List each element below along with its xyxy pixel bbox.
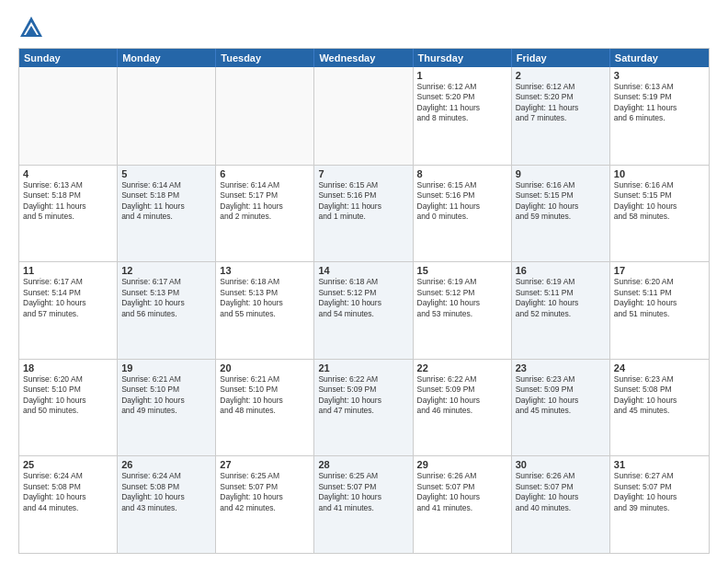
day-info: Sunrise: 6:25 AM Sunset: 5:07 PM Dayligh… [220, 471, 310, 513]
day-info: Sunrise: 6:13 AM Sunset: 5:18 PM Dayligh… [23, 180, 113, 223]
day-number: 29 [417, 459, 507, 470]
calendar-cell-2: 2Sunrise: 6:12 AM Sunset: 5:20 PM Daylig… [512, 67, 610, 165]
calendar-cell-21: 21Sunrise: 6:22 AM Sunset: 5:09 PM Dayli… [314, 360, 413, 456]
day-info: Sunrise: 6:14 AM Sunset: 5:18 PM Dayligh… [121, 180, 211, 223]
day-number: 20 [220, 362, 310, 373]
header-day-monday: Monday [118, 49, 216, 67]
day-number: 18 [23, 362, 113, 373]
header-day-thursday: Thursday [414, 49, 512, 67]
calendar-cell-7: 7Sunrise: 6:15 AM Sunset: 5:16 PM Daylig… [314, 166, 413, 262]
day-number: 22 [417, 362, 507, 373]
day-info: Sunrise: 6:20 AM Sunset: 5:11 PM Dayligh… [614, 277, 705, 319]
day-number: 14 [318, 265, 408, 276]
day-number: 12 [121, 265, 211, 276]
day-info: Sunrise: 6:27 AM Sunset: 5:07 PM Dayligh… [614, 471, 705, 513]
day-info: Sunrise: 6:24 AM Sunset: 5:08 PM Dayligh… [23, 471, 113, 513]
day-number: 27 [220, 459, 310, 470]
day-info: Sunrise: 6:16 AM Sunset: 5:15 PM Dayligh… [516, 180, 606, 223]
calendar-cell-9: 9Sunrise: 6:16 AM Sunset: 5:15 PM Daylig… [512, 166, 610, 262]
calendar-cell-empty-0-3 [314, 67, 413, 165]
day-number: 16 [516, 265, 606, 276]
day-number: 9 [516, 168, 606, 179]
calendar-cell-11: 11Sunrise: 6:17 AM Sunset: 5:14 PM Dayli… [19, 262, 118, 359]
calendar-row-5: 25Sunrise: 6:24 AM Sunset: 5:08 PM Dayli… [19, 455, 709, 553]
day-info: Sunrise: 6:19 AM Sunset: 5:12 PM Dayligh… [417, 277, 507, 319]
calendar-cell-29: 29Sunrise: 6:26 AM Sunset: 5:07 PM Dayli… [414, 456, 512, 553]
day-number: 3 [614, 70, 705, 81]
day-info: Sunrise: 6:16 AM Sunset: 5:15 PM Dayligh… [614, 180, 705, 223]
day-number: 28 [318, 459, 408, 470]
day-number: 10 [614, 168, 705, 179]
day-number: 26 [121, 459, 211, 470]
calendar-cell-17: 17Sunrise: 6:20 AM Sunset: 5:11 PM Dayli… [610, 262, 709, 359]
day-number: 2 [516, 70, 606, 81]
header-day-saturday: Saturday [610, 49, 709, 67]
day-info: Sunrise: 6:15 AM Sunset: 5:16 PM Dayligh… [417, 180, 507, 223]
day-number: 23 [516, 362, 606, 373]
calendar-cell-18: 18Sunrise: 6:20 AM Sunset: 5:10 PM Dayli… [19, 360, 118, 456]
calendar-cell-25: 25Sunrise: 6:24 AM Sunset: 5:08 PM Dayli… [19, 456, 118, 553]
calendar-cell-5: 5Sunrise: 6:14 AM Sunset: 5:18 PM Daylig… [118, 166, 216, 262]
calendar-row-3: 11Sunrise: 6:17 AM Sunset: 5:14 PM Dayli… [19, 261, 709, 359]
calendar-cell-empty-0-2 [216, 67, 314, 165]
calendar-body: 1Sunrise: 6:12 AM Sunset: 5:20 PM Daylig… [19, 67, 709, 553]
logo-icon [18, 15, 44, 40]
calendar-cell-15: 15Sunrise: 6:19 AM Sunset: 5:12 PM Dayli… [414, 262, 512, 359]
day-number: 5 [121, 168, 211, 179]
day-info: Sunrise: 6:17 AM Sunset: 5:13 PM Dayligh… [121, 277, 211, 319]
day-number: 30 [516, 459, 606, 470]
day-number: 21 [318, 362, 408, 373]
calendar-cell-31: 31Sunrise: 6:27 AM Sunset: 5:07 PM Dayli… [610, 456, 709, 553]
day-number: 6 [220, 168, 310, 179]
calendar-cell-20: 20Sunrise: 6:21 AM Sunset: 5:10 PM Dayli… [216, 360, 314, 456]
calendar-row-1: 1Sunrise: 6:12 AM Sunset: 5:20 PM Daylig… [19, 67, 709, 165]
header-day-sunday: Sunday [19, 49, 118, 67]
day-info: Sunrise: 6:12 AM Sunset: 5:20 PM Dayligh… [516, 82, 606, 124]
day-info: Sunrise: 6:23 AM Sunset: 5:08 PM Dayligh… [614, 374, 705, 417]
calendar-cell-19: 19Sunrise: 6:21 AM Sunset: 5:10 PM Dayli… [118, 360, 216, 456]
day-number: 17 [614, 265, 705, 276]
day-info: Sunrise: 6:21 AM Sunset: 5:10 PM Dayligh… [220, 374, 310, 417]
calendar-cell-28: 28Sunrise: 6:25 AM Sunset: 5:07 PM Dayli… [314, 456, 413, 553]
header-day-wednesday: Wednesday [314, 49, 413, 67]
day-info: Sunrise: 6:18 AM Sunset: 5:12 PM Dayligh… [318, 277, 408, 319]
calendar-cell-12: 12Sunrise: 6:17 AM Sunset: 5:13 PM Dayli… [118, 262, 216, 359]
day-info: Sunrise: 6:22 AM Sunset: 5:09 PM Dayligh… [417, 374, 507, 417]
day-number: 31 [614, 459, 705, 470]
calendar-cell-6: 6Sunrise: 6:14 AM Sunset: 5:17 PM Daylig… [216, 166, 314, 262]
calendar-cell-8: 8Sunrise: 6:15 AM Sunset: 5:16 PM Daylig… [414, 166, 512, 262]
calendar-cell-26: 26Sunrise: 6:24 AM Sunset: 5:08 PM Dayli… [118, 456, 216, 553]
calendar-header: SundayMondayTuesdayWednesdayThursdayFrid… [19, 49, 709, 67]
calendar-cell-10: 10Sunrise: 6:16 AM Sunset: 5:15 PM Dayli… [610, 166, 709, 262]
calendar-cell-4: 4Sunrise: 6:13 AM Sunset: 5:18 PM Daylig… [19, 166, 118, 262]
day-info: Sunrise: 6:14 AM Sunset: 5:17 PM Dayligh… [220, 180, 310, 223]
day-info: Sunrise: 6:19 AM Sunset: 5:11 PM Dayligh… [516, 277, 606, 319]
day-number: 25 [23, 459, 113, 470]
page: SundayMondayTuesdayWednesdayThursdayFrid… [0, 0, 728, 563]
day-info: Sunrise: 6:25 AM Sunset: 5:07 PM Dayligh… [318, 471, 408, 513]
calendar-cell-empty-0-1 [118, 67, 216, 165]
header-day-friday: Friday [512, 49, 610, 67]
day-info: Sunrise: 6:13 AM Sunset: 5:19 PM Dayligh… [614, 82, 705, 124]
day-number: 1 [417, 70, 507, 81]
day-number: 8 [417, 168, 507, 179]
day-info: Sunrise: 6:18 AM Sunset: 5:13 PM Dayligh… [220, 277, 310, 319]
calendar: SundayMondayTuesdayWednesdayThursdayFrid… [18, 48, 710, 554]
day-info: Sunrise: 6:17 AM Sunset: 5:14 PM Dayligh… [23, 277, 113, 319]
calendar-cell-22: 22Sunrise: 6:22 AM Sunset: 5:09 PM Dayli… [414, 360, 512, 456]
day-number: 24 [614, 362, 705, 373]
calendar-cell-1: 1Sunrise: 6:12 AM Sunset: 5:20 PM Daylig… [414, 67, 512, 165]
day-info: Sunrise: 6:21 AM Sunset: 5:10 PM Dayligh… [121, 374, 211, 417]
day-number: 13 [220, 265, 310, 276]
day-number: 15 [417, 265, 507, 276]
day-number: 7 [318, 168, 408, 179]
calendar-cell-27: 27Sunrise: 6:25 AM Sunset: 5:07 PM Dayli… [216, 456, 314, 553]
calendar-cell-14: 14Sunrise: 6:18 AM Sunset: 5:12 PM Dayli… [314, 262, 413, 359]
header-day-tuesday: Tuesday [216, 49, 314, 67]
calendar-cell-empty-0-0 [19, 67, 118, 165]
day-number: 11 [23, 265, 113, 276]
calendar-row-4: 18Sunrise: 6:20 AM Sunset: 5:10 PM Dayli… [19, 359, 709, 456]
calendar-cell-23: 23Sunrise: 6:23 AM Sunset: 5:09 PM Dayli… [512, 360, 610, 456]
day-info: Sunrise: 6:23 AM Sunset: 5:09 PM Dayligh… [516, 374, 606, 417]
calendar-row-2: 4Sunrise: 6:13 AM Sunset: 5:18 PM Daylig… [19, 165, 709, 262]
